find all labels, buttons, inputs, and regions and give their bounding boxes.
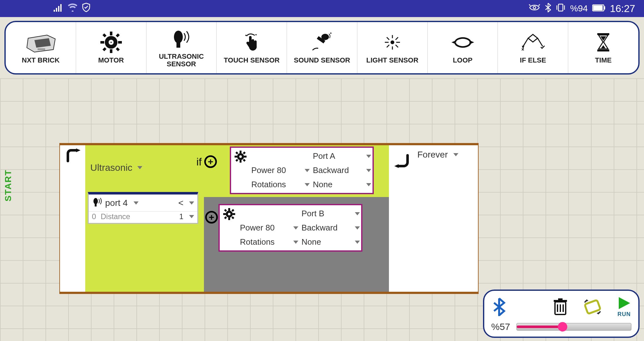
motor-a-port: Port A — [313, 151, 335, 161]
tool-label: MOTOR — [98, 57, 124, 64]
chevron-down-icon — [189, 215, 194, 218]
motor-b-port-dropdown[interactable]: Port B — [301, 208, 363, 219]
motor-b-block[interactable]: Port B Power 80 Backward Rotations None — [218, 204, 362, 252]
battery-text: %94 — [570, 3, 588, 14]
program-block[interactable]: Ultrasonic if + port 4 < — [59, 143, 479, 294]
port-dropdown[interactable]: port 4 — [105, 198, 176, 208]
compare-dropdown[interactable]: < — [178, 198, 194, 208]
svg-rect-25 — [116, 47, 120, 51]
program-body: Ultrasonic if + port 4 < — [85, 145, 389, 292]
add-motor-button[interactable]: + — [204, 155, 217, 168]
tool-ifelse[interactable]: ✕ IF ELSE — [498, 22, 568, 73]
loop-start-column — [60, 145, 85, 292]
loop-end-icon — [392, 153, 411, 292]
motor-b-direction-dropdown[interactable]: Backward — [301, 222, 363, 234]
plus-icon: + — [205, 211, 218, 224]
slider-fill — [517, 326, 563, 328]
tool-light[interactable]: LIGHT SENSOR — [357, 22, 428, 73]
right-value: 1 — [179, 212, 183, 221]
svg-rect-3 — [60, 4, 62, 12]
tool-label: LOOP — [453, 57, 472, 64]
chevron-down-icon — [305, 183, 310, 186]
svg-rect-19 — [110, 49, 112, 53]
svg-point-32 — [255, 34, 257, 35]
left-value: 0 — [92, 212, 98, 221]
svg-rect-7 — [558, 4, 563, 11]
loop-end-column — [389, 145, 415, 292]
svg-rect-62 — [240, 160, 242, 163]
add-else-motor[interactable]: + — [205, 211, 218, 224]
svg-marker-87 — [586, 299, 588, 302]
svg-rect-74 — [233, 213, 235, 215]
svg-rect-12 — [604, 6, 605, 9]
tool-loop[interactable]: LOOP — [428, 22, 498, 73]
eye-icon — [528, 3, 540, 14]
sensor-config-box[interactable]: port 4 < 0 Distance 1 — [88, 192, 198, 224]
tool-nxt-brick[interactable]: NXT BRICK — [6, 22, 76, 73]
slider-thumb[interactable] — [558, 322, 567, 332]
svg-rect-85 — [558, 298, 563, 300]
tool-label: TOUCH SENSOR — [224, 57, 280, 64]
svg-line-49 — [538, 38, 543, 46]
run-button[interactable]: RUN — [617, 296, 631, 318]
motor-b-power: Power 80 — [240, 223, 275, 233]
sensor-type-label: Ultrasonic — [90, 162, 132, 173]
bluetooth-icon — [545, 3, 551, 15]
svg-rect-61 — [240, 151, 242, 153]
tool-label: LIGHT SENSOR — [366, 57, 418, 64]
tool-label: NXT BRICK — [22, 57, 60, 64]
tool-sound[interactable]: SOUND SENSOR — [287, 22, 357, 73]
signal-icon — [54, 3, 63, 14]
svg-rect-63 — [235, 156, 237, 158]
clock-text: 16:27 — [610, 3, 635, 15]
tool-touch[interactable]: TOUCH SENSOR — [217, 22, 287, 73]
svg-marker-88 — [597, 312, 599, 314]
right-value-dropdown[interactable]: 1 — [179, 212, 194, 221]
chevron-down-icon — [137, 166, 142, 169]
motor-a-port-dropdown[interactable]: Port A — [313, 150, 374, 162]
loop-start-icon — [64, 148, 81, 292]
motor-b-rotations-dropdown[interactable]: Rotations — [240, 236, 301, 248]
motor-a-power-dropdown[interactable]: Power 80 — [251, 165, 313, 176]
delete-button[interactable] — [552, 298, 568, 316]
svg-rect-30 — [176, 43, 180, 48]
if-label-row: if + — [196, 155, 217, 168]
svg-marker-46 — [451, 41, 455, 44]
rotate-button[interactable] — [582, 298, 603, 316]
svg-rect-78 — [231, 216, 234, 219]
battery-icon — [592, 3, 605, 14]
motor-a-rotations: Rotations — [251, 180, 286, 189]
motor-a-end-dropdown[interactable]: None — [313, 179, 374, 190]
motor-a-end: None — [313, 180, 332, 189]
motor-b-end-dropdown[interactable]: None — [301, 236, 363, 248]
svg-marker-56 — [76, 148, 80, 152]
svg-rect-68 — [243, 159, 246, 162]
motor-a-direction-dropdown[interactable]: Backward — [313, 165, 374, 176]
svg-point-31 — [245, 35, 247, 36]
motor-a-block[interactable]: Port A Power 80 Backward Rotations None — [230, 147, 374, 194]
light-icon — [382, 31, 402, 53]
svg-rect-21 — [118, 41, 122, 44]
loop-icon — [450, 31, 475, 53]
shield-icon — [82, 3, 90, 15]
tool-time[interactable]: TIME — [568, 22, 638, 73]
tool-motor[interactable]: MOTOR — [76, 22, 146, 73]
bluetooth-button[interactable] — [491, 298, 507, 316]
status-bar: %94 16:27 — [0, 0, 644, 17]
svg-line-41 — [387, 37, 389, 40]
svg-line-42 — [396, 45, 398, 47]
canvas[interactable]: START Ultrasonic if + — [0, 78, 644, 341]
motor-a-rotations-dropdown[interactable]: Rotations — [251, 179, 313, 190]
chevron-down-icon — [293, 241, 298, 244]
tool-ultrasonic[interactable]: ULTRASONIC SENSOR — [146, 22, 217, 73]
status-right: %94 16:27 — [528, 3, 635, 15]
port-value: port 4 — [105, 198, 128, 208]
svg-line-6 — [539, 4, 540, 6]
svg-point-35 — [330, 33, 331, 34]
power-slider[interactable] — [516, 323, 631, 331]
svg-rect-18 — [110, 32, 112, 35]
svg-marker-45 — [470, 41, 474, 44]
loop-mode-dropdown[interactable]: Forever — [417, 150, 474, 160]
svg-marker-55 — [601, 45, 605, 48]
motor-b-power-dropdown[interactable]: Power 80 — [240, 222, 301, 234]
